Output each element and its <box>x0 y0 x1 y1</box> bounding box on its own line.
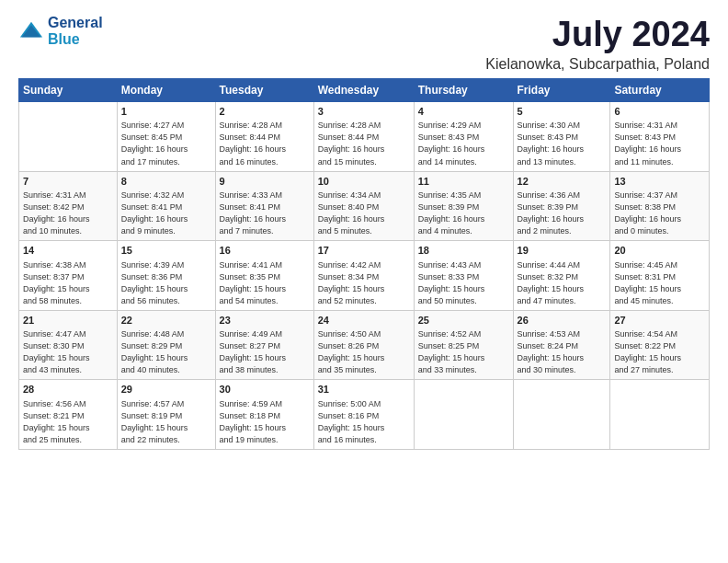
calendar-cell: 18Sunrise: 4:43 AM Sunset: 8:33 PM Dayli… <box>414 241 513 311</box>
col-wednesday: Wednesday <box>313 79 414 102</box>
day-number: 22 <box>121 314 211 327</box>
day-number: 7 <box>23 175 113 189</box>
day-number: 23 <box>220 314 310 327</box>
calendar-cell: 23Sunrise: 4:49 AM Sunset: 8:27 PM Dayli… <box>215 310 313 380</box>
calendar-cell: 9Sunrise: 4:33 AM Sunset: 8:41 PM Daylig… <box>215 171 313 241</box>
calendar-cell: 3Sunrise: 4:28 AM Sunset: 8:44 PM Daylig… <box>313 102 414 172</box>
day-number: 19 <box>518 244 607 258</box>
day-number: 30 <box>220 383 310 396</box>
calendar-cell <box>610 380 710 450</box>
col-tuesday: Tuesday <box>215 79 313 102</box>
day-number: 6 <box>614 105 705 119</box>
calendar-header-row: Sunday Monday Tuesday Wednesday Thursday… <box>19 79 710 102</box>
cell-content: Sunrise: 4:41 AM Sunset: 8:35 PM Dayligh… <box>220 259 310 307</box>
day-number: 13 <box>614 175 705 189</box>
cell-content: Sunrise: 4:31 AM Sunset: 8:42 PM Dayligh… <box>23 190 113 237</box>
calendar-cell: 20Sunrise: 4:45 AM Sunset: 8:31 PM Dayli… <box>610 241 710 311</box>
main-title: July 2024 <box>485 15 710 54</box>
cell-content: Sunrise: 4:28 AM Sunset: 8:44 PM Dayligh… <box>220 120 310 167</box>
calendar-cell: 19Sunrise: 4:44 AM Sunset: 8:32 PM Dayli… <box>513 241 610 311</box>
cell-content: Sunrise: 5:00 AM Sunset: 8:16 PM Dayligh… <box>318 398 410 446</box>
day-number: 2 <box>220 105 310 119</box>
cell-content: Sunrise: 4:28 AM Sunset: 8:44 PM Dayligh… <box>318 120 410 167</box>
calendar-cell: 8Sunrise: 4:32 AM Sunset: 8:41 PM Daylig… <box>117 171 215 241</box>
day-number: 1 <box>121 105 211 119</box>
calendar-week-4: 28Sunrise: 4:56 AM Sunset: 8:21 PM Dayli… <box>19 380 710 450</box>
day-number: 27 <box>614 314 705 327</box>
calendar-table: Sunday Monday Tuesday Wednesday Thursday… <box>18 78 710 450</box>
cell-content: Sunrise: 4:37 AM Sunset: 8:38 PM Dayligh… <box>614 190 705 237</box>
cell-content: Sunrise: 4:53 AM Sunset: 8:24 PM Dayligh… <box>518 328 607 376</box>
calendar-cell: 22Sunrise: 4:48 AM Sunset: 8:29 PM Dayli… <box>117 310 215 380</box>
calendar-cell <box>513 380 610 450</box>
cell-content: Sunrise: 4:48 AM Sunset: 8:29 PM Dayligh… <box>121 328 211 376</box>
day-number: 9 <box>220 175 310 189</box>
header: General Blue July 2024 Kielanowka, Subca… <box>18 15 710 73</box>
calendar-cell: 1Sunrise: 4:27 AM Sunset: 8:45 PM Daylig… <box>117 102 215 172</box>
calendar-cell: 28Sunrise: 4:56 AM Sunset: 8:21 PM Dayli… <box>19 380 118 450</box>
day-number: 25 <box>418 314 509 327</box>
calendar-week-3: 21Sunrise: 4:47 AM Sunset: 8:30 PM Dayli… <box>19 310 710 380</box>
day-number: 12 <box>518 175 607 189</box>
logo-blue: Blue <box>48 31 103 48</box>
cell-content: Sunrise: 4:36 AM Sunset: 8:39 PM Dayligh… <box>518 190 607 237</box>
day-number: 26 <box>518 314 607 327</box>
day-number: 10 <box>318 175 410 189</box>
calendar-cell: 21Sunrise: 4:47 AM Sunset: 8:30 PM Dayli… <box>19 310 118 380</box>
day-number: 8 <box>121 175 211 189</box>
day-number: 18 <box>418 244 509 258</box>
day-number: 17 <box>318 244 410 258</box>
calendar-cell: 17Sunrise: 4:42 AM Sunset: 8:34 PM Dayli… <box>313 241 414 311</box>
calendar-cell <box>19 102 118 172</box>
col-saturday: Saturday <box>610 79 710 102</box>
cell-content: Sunrise: 4:49 AM Sunset: 8:27 PM Dayligh… <box>220 328 310 376</box>
day-number: 4 <box>418 105 509 119</box>
day-number: 29 <box>121 383 211 396</box>
day-number: 31 <box>318 383 410 396</box>
cell-content: Sunrise: 4:50 AM Sunset: 8:26 PM Dayligh… <box>318 328 410 376</box>
cell-content: Sunrise: 4:39 AM Sunset: 8:36 PM Dayligh… <box>121 259 211 307</box>
cell-content: Sunrise: 4:30 AM Sunset: 8:43 PM Dayligh… <box>518 120 607 167</box>
day-number: 21 <box>23 314 113 327</box>
day-number: 24 <box>318 314 410 327</box>
day-number: 20 <box>614 244 705 258</box>
calendar-cell: 29Sunrise: 4:57 AM Sunset: 8:19 PM Dayli… <box>117 380 215 450</box>
day-number: 28 <box>23 383 113 396</box>
day-number: 11 <box>418 175 509 189</box>
title-block: July 2024 Kielanowka, Subcarpathia, Pola… <box>485 15 710 73</box>
calendar-cell: 7Sunrise: 4:31 AM Sunset: 8:42 PM Daylig… <box>19 171 118 241</box>
calendar-week-2: 14Sunrise: 4:38 AM Sunset: 8:37 PM Dayli… <box>19 241 710 311</box>
cell-content: Sunrise: 4:34 AM Sunset: 8:40 PM Dayligh… <box>318 190 410 237</box>
cell-content: Sunrise: 4:35 AM Sunset: 8:39 PM Dayligh… <box>418 190 509 237</box>
calendar-cell: 6Sunrise: 4:31 AM Sunset: 8:43 PM Daylig… <box>610 102 710 172</box>
calendar-cell: 30Sunrise: 4:59 AM Sunset: 8:18 PM Dayli… <box>215 380 313 450</box>
col-monday: Monday <box>117 79 215 102</box>
day-number: 14 <box>23 244 113 258</box>
logo-icon <box>18 18 44 44</box>
day-number: 3 <box>318 105 410 119</box>
cell-content: Sunrise: 4:42 AM Sunset: 8:34 PM Dayligh… <box>318 259 410 307</box>
calendar-cell: 16Sunrise: 4:41 AM Sunset: 8:35 PM Dayli… <box>215 241 313 311</box>
cell-content: Sunrise: 4:31 AM Sunset: 8:43 PM Dayligh… <box>614 120 705 167</box>
logo: General Blue <box>18 15 103 48</box>
subtitle: Kielanowka, Subcarpathia, Poland <box>485 56 710 73</box>
col-thursday: Thursday <box>414 79 513 102</box>
cell-content: Sunrise: 4:27 AM Sunset: 8:45 PM Dayligh… <box>121 120 211 167</box>
cell-content: Sunrise: 4:44 AM Sunset: 8:32 PM Dayligh… <box>518 259 607 307</box>
calendar-cell: 13Sunrise: 4:37 AM Sunset: 8:38 PM Dayli… <box>610 171 710 241</box>
calendar-cell: 31Sunrise: 5:00 AM Sunset: 8:16 PM Dayli… <box>313 380 414 450</box>
col-sunday: Sunday <box>19 79 118 102</box>
logo-general: General <box>48 15 103 31</box>
calendar-cell: 26Sunrise: 4:53 AM Sunset: 8:24 PM Dayli… <box>513 310 610 380</box>
calendar-cell: 15Sunrise: 4:39 AM Sunset: 8:36 PM Dayli… <box>117 241 215 311</box>
day-number: 15 <box>121 244 211 258</box>
calendar-cell: 11Sunrise: 4:35 AM Sunset: 8:39 PM Dayli… <box>414 171 513 241</box>
cell-content: Sunrise: 4:45 AM Sunset: 8:31 PM Dayligh… <box>614 259 705 307</box>
calendar-cell: 5Sunrise: 4:30 AM Sunset: 8:43 PM Daylig… <box>513 102 610 172</box>
col-friday: Friday <box>513 79 610 102</box>
cell-content: Sunrise: 4:57 AM Sunset: 8:19 PM Dayligh… <box>121 398 211 446</box>
calendar-cell <box>414 380 513 450</box>
calendar-cell: 4Sunrise: 4:29 AM Sunset: 8:43 PM Daylig… <box>414 102 513 172</box>
calendar-week-0: 1Sunrise: 4:27 AM Sunset: 8:45 PM Daylig… <box>19 102 710 172</box>
cell-content: Sunrise: 4:32 AM Sunset: 8:41 PM Dayligh… <box>121 190 211 237</box>
